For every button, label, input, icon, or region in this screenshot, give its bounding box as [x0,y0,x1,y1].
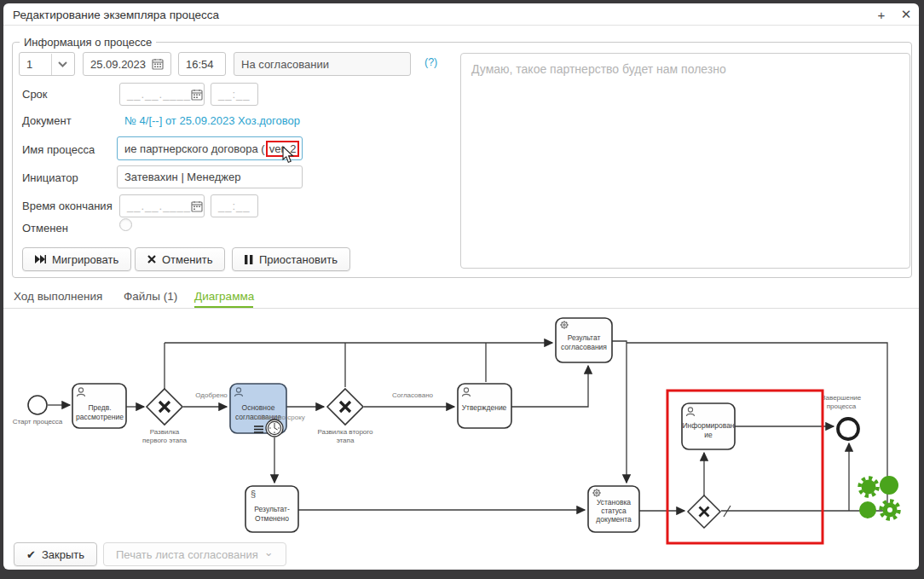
pause-icon [245,255,253,264]
gateway-label: Развилка [150,428,180,436]
chevron-down-icon: ⌄ [264,546,274,559]
help-icon[interactable]: (?) [424,56,437,68]
task-label: документа [596,515,632,524]
end-time-placeholder: __:__ [218,200,251,212]
end-event-label: Завершение [822,394,862,402]
initiator-label: Инициатор [22,171,78,184]
initiator-value: Затевахин | Менеджер [124,171,240,183]
task-label: Утверждение [462,403,507,412]
status-field: На согласовании [234,52,411,76]
task-result-cancelled[interactable]: § Результат- Отменено [245,486,298,532]
suspend-button[interactable]: Приостановить [232,247,350,271]
task-set-document-status[interactable]: Установка статуса документа [588,486,639,532]
end-time-input[interactable]: __:__ [211,194,258,217]
document-link[interactable]: № 4/[--] от 25.09.2023 Хоз.договор [124,114,300,127]
check-icon: ✔ [26,548,36,561]
task-label: Установка [597,498,631,507]
status-value: На согласовании [241,58,329,71]
gateway-label: этапа [337,437,355,444]
task-label: Результат- [254,505,290,513]
start-time-value: 16:54 [186,58,214,71]
task-preliminary-review[interactable]: Предв. рассмотрение [72,384,126,428]
green-gears-icon [859,476,899,519]
start-time-input[interactable]: 16:54 [178,52,226,76]
end-date-input[interactable]: __.__.____ [119,194,205,217]
flow-label-agreed: Согласовано [392,391,434,399]
comment-textarea[interactable] [460,53,910,269]
task-label: согласования [561,343,607,351]
task-approval[interactable]: Утверждение [458,384,511,428]
cancelled-label: Отменен [22,222,68,234]
close-dialog-label: Закрыть [42,548,84,561]
version-select[interactable]: 1 [19,52,75,76]
fast-forward-icon [35,255,46,263]
task-label: Предв. [88,403,111,412]
tab-files[interactable]: Файлы (1) [124,290,177,303]
gateway-label: первого этапа [142,437,188,444]
calendar-icon[interactable] [191,200,203,212]
suspend-label: Приостановить [259,253,338,266]
due-date-input[interactable]: __.__.____ [119,83,205,106]
start-date-input[interactable]: 25.09.2023 [83,52,171,76]
close-dialog-button[interactable]: ✔ Закрыть [14,542,97,566]
version-value: 1 [26,58,32,71]
calendar-icon[interactable] [191,89,203,101]
task-label: Отменено [255,514,289,523]
print-approval-sheet-label: Печать листа согласования [116,548,258,561]
end-event-label: процесса [827,402,857,410]
gateway-label: Развилка второго [317,428,373,436]
cancel-label: Отменить [162,253,212,266]
task-notification[interactable]: Информирован ие [682,403,735,449]
due-label: Срок [22,88,48,101]
bpmn-diagram-canvas[interactable]: Одобрено Согласовано Старт процесса Пред… [0,316,924,570]
select-divider [51,54,52,75]
window-title: Редактирование экземпляра процесса [13,9,219,21]
start-event-label: Старт процесса [13,418,63,426]
tab-diagram[interactable]: Диаграмма [194,290,254,303]
tabs-divider [3,308,919,309]
gateway-final[interactable] [688,495,720,528]
close-icon[interactable]: ✕ [897,5,915,24]
gateway-first-stage[interactable]: Развилка первого этапа [142,389,188,444]
task-label: статуса [601,507,627,515]
add-icon[interactable]: + [872,5,891,24]
migrate-button[interactable]: Мигрировать [22,247,131,271]
calendar-icon[interactable] [152,58,164,70]
gateway-second-stage[interactable]: Развилка второго этапа [317,389,373,444]
process-name-value: ие партнерского договора ( [124,142,265,155]
process-name-input[interactable]: ие партнерского договора (ver. 2 [117,136,303,160]
start-event[interactable]: Старт процесса [13,396,63,426]
cancel-button[interactable]: Отменить [135,247,225,271]
tab-progress[interactable]: Ход выполнения [14,290,102,303]
end-date-placeholder: __.__.____ [127,200,191,212]
due-date-placeholder: __.__.____ [127,88,191,101]
task-approval-result[interactable]: Результат согласования [556,318,612,362]
timer-boundary-event[interactable] [266,420,283,437]
due-time-input[interactable]: __:__ [211,83,258,106]
print-approval-sheet-button[interactable]: Печать листа согласования ⌄ [103,542,286,566]
script-icon: § [251,489,256,499]
titlebar-divider [3,25,919,26]
chevron-down-icon [58,61,67,67]
document-label: Документ [22,114,72,127]
process-name-label: Имя процесса [22,143,95,156]
task-label: Информирован [682,421,734,430]
flow-label-approved: Одобрено [195,391,228,399]
task-label: рассмотрение [76,413,124,421]
migrate-label: Мигрировать [52,253,118,266]
end-time-label: Время окончания [22,200,113,212]
x-icon [147,255,156,263]
mouse-cursor [282,146,296,164]
start-date-value: 25.09.2023 [90,58,146,71]
task-label: Результат [568,333,601,342]
task-label: Основное [242,403,275,412]
due-time-placeholder: __:__ [218,88,251,101]
end-event[interactable]: Завершение процесса [822,394,862,439]
initiator-input[interactable]: Затевахин | Менеджер [117,165,303,188]
active-tab-underline [194,306,253,308]
task-label: ие [704,431,713,439]
cancelled-checkbox[interactable] [119,218,132,231]
